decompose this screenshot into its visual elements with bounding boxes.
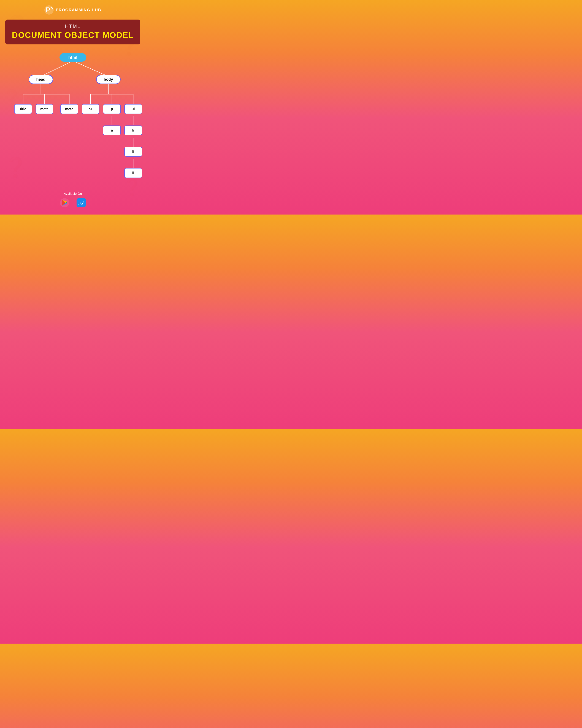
head-label: head bbox=[36, 77, 45, 82]
available-on-label: Available On bbox=[64, 192, 82, 196]
header: P PROGRAMMING HUB bbox=[45, 5, 101, 15]
footer: Available On 𝒜 bbox=[60, 192, 86, 207]
store-icons-row: 𝒜 bbox=[60, 198, 86, 207]
meta2-node: meta bbox=[60, 103, 78, 115]
a-node: a bbox=[103, 124, 121, 136]
banner-subtitle: HTML bbox=[9, 23, 137, 29]
li1-node: li bbox=[124, 124, 142, 136]
html-label: html bbox=[68, 55, 78, 60]
p-label: p bbox=[111, 107, 113, 111]
html-node: html bbox=[55, 53, 90, 62]
brand-name: PROGRAMMING HUB bbox=[56, 8, 101, 12]
tree-lines-svg bbox=[5, 52, 140, 185]
h1-label: h1 bbox=[88, 107, 92, 111]
a-label: a bbox=[111, 128, 113, 132]
meta1-label: meta bbox=[40, 107, 49, 111]
li2-label: li bbox=[132, 150, 134, 154]
svg-line-6 bbox=[73, 61, 108, 76]
google-play-icon[interactable] bbox=[60, 198, 69, 207]
svg-point-4 bbox=[53, 9, 53, 10]
banner-title: DOCUMENT OBJECT MODEL bbox=[9, 30, 137, 40]
li3-node: li bbox=[124, 167, 142, 179]
meta1-node: meta bbox=[35, 103, 53, 115]
meta2-label: meta bbox=[65, 107, 74, 111]
dom-tree-diagram: html head body title meta meta h1 bbox=[5, 52, 140, 185]
ul-label: ul bbox=[132, 107, 135, 111]
p-node: p bbox=[103, 103, 121, 115]
svg-text:P: P bbox=[46, 6, 50, 14]
svg-point-3 bbox=[52, 8, 53, 9]
title-node: title bbox=[14, 103, 32, 115]
svg-line-5 bbox=[41, 61, 73, 76]
programming-hub-logo-icon: P bbox=[45, 5, 54, 15]
li1-label: li bbox=[132, 128, 134, 132]
title-label: title bbox=[20, 107, 26, 111]
head-node: head bbox=[20, 75, 62, 84]
h1-node: h1 bbox=[82, 103, 100, 115]
body-node: body bbox=[87, 75, 130, 84]
ul-node: ul bbox=[124, 103, 142, 115]
svg-point-2 bbox=[51, 7, 52, 8]
body-label: body bbox=[104, 77, 113, 82]
app-store-icon[interactable]: 𝒜 bbox=[77, 198, 86, 207]
li2-node: li bbox=[124, 146, 142, 158]
li3-label: li bbox=[132, 171, 134, 175]
title-banner: HTML DOCUMENT OBJECT MODEL bbox=[5, 20, 140, 45]
